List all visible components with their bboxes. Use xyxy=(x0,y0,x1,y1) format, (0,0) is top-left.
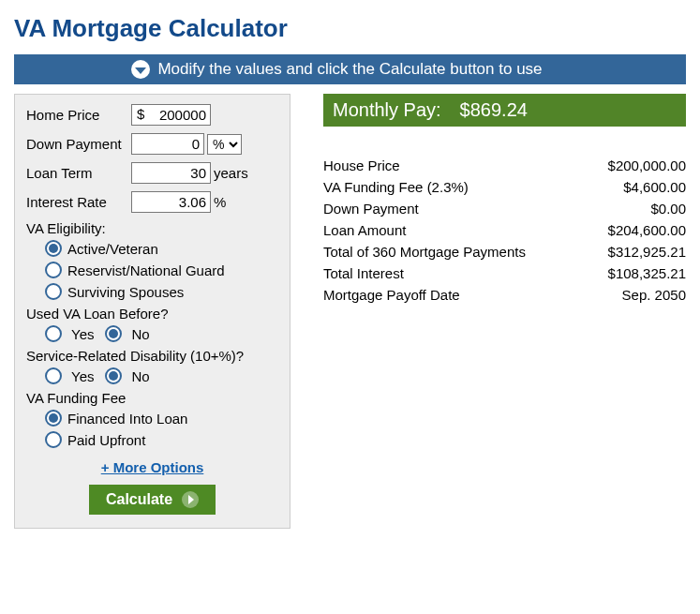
radio-icon xyxy=(45,283,62,300)
radio-label: Surviving Spouses xyxy=(67,284,184,300)
chevron-down-icon[interactable] xyxy=(131,60,150,79)
banner-text: Modify the values and click the Calculat… xyxy=(157,60,542,78)
result-value: Sep. 2050 xyxy=(585,284,686,306)
calculate-button-label: Calculate xyxy=(106,491,172,508)
eligibility-label: VA Eligibility: xyxy=(26,220,278,236)
arrow-right-icon xyxy=(182,491,199,508)
home-price-input[interactable] xyxy=(131,104,211,126)
page-title: VA Mortgage Calculator xyxy=(14,14,686,43)
result-value: $204,600.00 xyxy=(585,219,686,241)
table-row: Down Payment $0.00 xyxy=(323,198,686,219)
down-payment-input[interactable] xyxy=(131,133,204,155)
input-form: Home Price $ Down Payment % Loan Term ye… xyxy=(14,94,290,529)
disability-label: Service-Related Disability (10+%)? xyxy=(26,348,278,364)
result-label: Loan Amount xyxy=(323,219,585,241)
used-before-label: Used VA Loan Before? xyxy=(26,306,278,322)
funding-fee-option-financed[interactable]: Financed Into Loan xyxy=(45,410,278,427)
result-label: Down Payment xyxy=(323,198,585,219)
result-value: $200,000.00 xyxy=(585,155,686,176)
disability-yes-radio[interactable] xyxy=(45,367,62,384)
funding-fee-label: VA Funding Fee xyxy=(26,390,278,406)
result-value: $312,925.21 xyxy=(585,241,686,262)
radio-icon xyxy=(45,431,62,448)
down-payment-label: Down Payment xyxy=(26,136,131,152)
radio-label: No xyxy=(131,326,149,342)
calculate-button[interactable]: Calculate xyxy=(89,485,216,515)
down-payment-unit-select[interactable]: % xyxy=(207,134,242,155)
interest-rate-input[interactable] xyxy=(131,191,211,213)
interest-rate-unit: % xyxy=(214,194,226,210)
instruction-banner: Modify the values and click the Calculat… xyxy=(14,54,686,84)
result-label: VA Funding Fee (2.3%) xyxy=(323,176,585,198)
radio-icon xyxy=(45,410,62,427)
radio-label: Reservist/National Guard xyxy=(67,262,225,278)
home-price-label: Home Price xyxy=(26,107,131,123)
loan-term-label: Loan Term xyxy=(26,165,131,181)
loan-term-input[interactable] xyxy=(131,162,211,184)
loan-term-unit: years xyxy=(214,165,248,181)
radio-label: Financed Into Loan xyxy=(67,411,187,427)
more-options-link[interactable]: + More Options xyxy=(101,459,204,475)
table-row: Mortgage Payoff Date Sep. 2050 xyxy=(323,284,686,306)
table-row: Total of 360 Mortgage Payments $312,925.… xyxy=(323,241,686,262)
result-value: $4,600.00 xyxy=(585,176,686,198)
radio-icon xyxy=(45,240,62,257)
result-label: Total of 360 Mortgage Payments xyxy=(323,241,585,262)
table-row: Loan Amount $204,600.00 xyxy=(323,219,686,241)
radio-label: Yes xyxy=(71,326,94,342)
result-value: $108,325.21 xyxy=(585,262,686,284)
radio-label: Paid Upfront xyxy=(67,432,145,448)
eligibility-option-reservist[interactable]: Reservist/National Guard xyxy=(45,262,278,278)
radio-label: Yes xyxy=(71,368,94,384)
radio-icon xyxy=(45,262,62,278)
monthly-pay-value: $869.24 xyxy=(460,99,528,121)
result-label: House Price xyxy=(323,155,585,176)
results-panel: Monthly Pay: $869.24 House Price $200,00… xyxy=(323,94,686,306)
result-label: Total Interest xyxy=(323,262,585,284)
result-table: House Price $200,000.00 VA Funding Fee (… xyxy=(323,155,686,306)
result-label: Mortgage Payoff Date xyxy=(323,284,585,306)
table-row: VA Funding Fee (2.3%) $4,600.00 xyxy=(323,176,686,198)
used-before-yes-radio[interactable] xyxy=(45,325,62,342)
result-value: $0.00 xyxy=(585,198,686,219)
radio-label: Active/Veteran xyxy=(67,241,158,257)
used-before-no-radio[interactable] xyxy=(105,325,122,342)
eligibility-option-active[interactable]: Active/Veteran xyxy=(45,240,278,257)
radio-label: No xyxy=(131,368,149,384)
monthly-pay-label: Monthly Pay: xyxy=(333,99,441,121)
monthly-pay-bar: Monthly Pay: $869.24 xyxy=(323,94,686,127)
disability-no-radio[interactable] xyxy=(105,367,122,384)
eligibility-option-spouse[interactable]: Surviving Spouses xyxy=(45,283,278,300)
table-row: Total Interest $108,325.21 xyxy=(323,262,686,284)
table-row: House Price $200,000.00 xyxy=(323,155,686,176)
funding-fee-option-upfront[interactable]: Paid Upfront xyxy=(45,431,278,448)
interest-rate-label: Interest Rate xyxy=(26,194,131,210)
